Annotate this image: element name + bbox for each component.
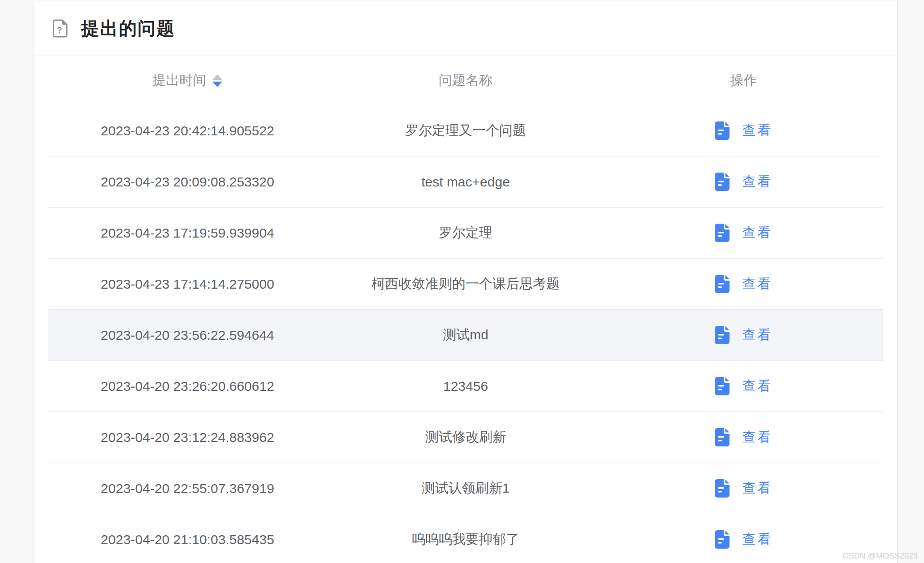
table-row: 2023-04-20 23:56:22.594644 测试md 查看	[48, 310, 883, 361]
row-action-cell: 查看	[604, 530, 883, 549]
row-time: 2023-04-23 20:42:14.905522	[48, 123, 327, 139]
view-action[interactable]: 查看	[715, 530, 773, 549]
view-link-label: 查看	[742, 428, 773, 446]
row-question-name: 测试md	[327, 326, 605, 344]
sort-caret[interactable]	[212, 74, 222, 87]
view-action[interactable]: 查看	[715, 479, 773, 498]
view-link-label: 查看	[742, 377, 773, 395]
view-action[interactable]: 查看	[715, 173, 773, 191]
row-time: 2023-04-20 21:10:03.585435	[48, 532, 327, 547]
column-header-action: 操作	[604, 71, 883, 90]
column-header-time-label: 提出时间	[152, 71, 206, 90]
document-question-icon: ?	[53, 19, 68, 38]
sort-caret-down-icon[interactable]	[212, 82, 222, 87]
document-icon	[715, 530, 730, 549]
document-icon	[715, 121, 730, 140]
view-link-label: 查看	[742, 326, 773, 344]
row-question-name: 柯西收敛准则的一个课后思考题	[327, 275, 605, 293]
document-icon	[715, 377, 730, 395]
table-row: 2023-04-23 17:19:59.939904 罗尔定理 查看	[48, 208, 883, 259]
row-time: 2023-04-20 22:55:07.367919	[48, 481, 327, 496]
table-row: 2023-04-23 20:42:14.905522 罗尔定理又一个问题 查看	[48, 105, 883, 156]
document-icon	[715, 173, 730, 191]
document-icon	[715, 428, 730, 446]
row-question-name: 罗尔定理	[327, 224, 605, 242]
row-question-name: 测试认领刷新1	[327, 479, 605, 498]
row-question-name: 呜呜呜我要抑郁了	[327, 530, 605, 549]
view-link-label: 查看	[742, 173, 773, 191]
table-header-row: 提出时间 问题名称 操作	[48, 56, 883, 105]
view-action[interactable]: 查看	[715, 275, 773, 293]
table-row: 2023-04-20 23:26:20.660612 123456 查看	[48, 361, 883, 412]
watermark: CSDN @MOSS2023	[843, 551, 918, 561]
document-icon	[715, 275, 730, 293]
column-header-name: 问题名称	[327, 71, 605, 90]
row-action-cell: 查看	[604, 121, 883, 140]
document-icon	[715, 479, 730, 498]
table-row: 2023-04-23 17:14:14.275000 柯西收敛准则的一个课后思考…	[48, 259, 883, 310]
row-action-cell: 查看	[604, 479, 883, 498]
questions-table: 提出时间 问题名称 操作 2023-04-23 20:42:14.905522 …	[48, 56, 883, 563]
row-time: 2023-04-20 23:26:20.660612	[48, 379, 327, 394]
row-time: 2023-04-23 20:09:08.253320	[48, 174, 327, 190]
document-icon	[715, 224, 730, 242]
view-action[interactable]: 查看	[715, 428, 773, 446]
view-action[interactable]: 查看	[715, 326, 773, 344]
row-time: 2023-04-20 23:56:22.594644	[48, 328, 327, 343]
table-row: 2023-04-20 21:10:03.585435 呜呜呜我要抑郁了 查看	[48, 514, 883, 563]
view-link-label: 查看	[742, 479, 773, 498]
row-action-cell: 查看	[604, 224, 883, 242]
view-link-label: 查看	[742, 121, 773, 140]
row-question-name: 123456	[327, 379, 605, 394]
view-action[interactable]: 查看	[715, 377, 773, 395]
row-action-cell: 查看	[604, 326, 883, 344]
table-row: 2023-04-23 20:09:08.253320 test mac+edge…	[48, 156, 883, 208]
card-header: ? 提出的问题	[34, 1, 897, 56]
view-link-label: 查看	[742, 530, 773, 549]
row-question-name: test mac+edge	[327, 174, 605, 190]
view-link-label: 查看	[742, 224, 773, 242]
row-action-cell: 查看	[604, 428, 883, 446]
document-icon	[715, 326, 730, 344]
svg-text:?: ?	[57, 26, 62, 35]
view-link-label: 查看	[742, 275, 773, 293]
questions-card: ? 提出的问题 提出时间 问题名称 操作 2023-04-23 20:42:14…	[34, 1, 898, 563]
table-body: 2023-04-23 20:42:14.905522 罗尔定理又一个问题 查看	[48, 105, 883, 563]
column-header-time[interactable]: 提出时间	[48, 71, 327, 90]
row-question-name: 测试修改刷新	[327, 428, 605, 446]
view-action[interactable]: 查看	[715, 121, 773, 140]
row-time: 2023-04-20 23:12:24.883962	[48, 430, 327, 445]
table-row: 2023-04-20 22:55:07.367919 测试认领刷新1 查看	[48, 463, 883, 514]
view-action[interactable]: 查看	[715, 224, 773, 242]
row-time: 2023-04-23 17:14:14.275000	[48, 277, 327, 292]
page-title: 提出的问题	[81, 16, 175, 41]
row-action-cell: 查看	[604, 377, 883, 395]
row-action-cell: 查看	[604, 173, 883, 191]
table-row: 2023-04-20 23:12:24.883962 测试修改刷新 查看	[48, 412, 883, 463]
row-time: 2023-04-23 17:19:59.939904	[48, 225, 327, 241]
row-question-name: 罗尔定理又一个问题	[327, 121, 605, 140]
row-action-cell: 查看	[604, 275, 883, 293]
sort-caret-up-icon[interactable]	[212, 74, 222, 80]
